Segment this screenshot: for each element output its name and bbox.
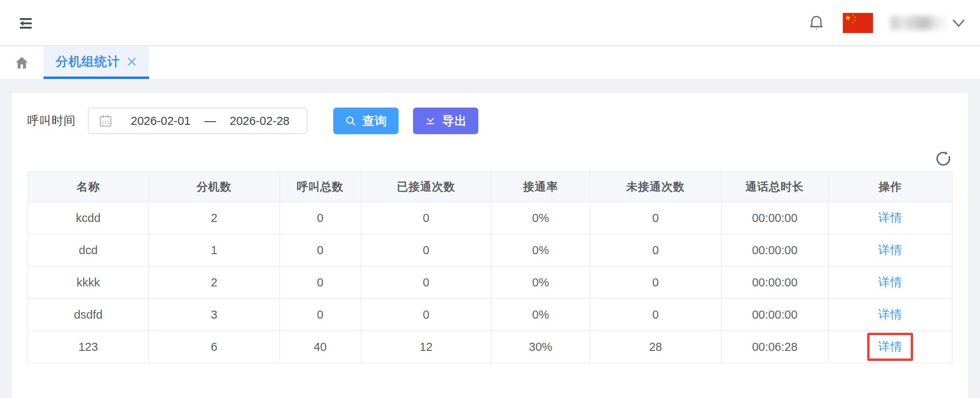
detail-link-highlighted[interactable]: 详情 xyxy=(878,340,902,353)
table-row: dcd 1 0 0 0% 0 00:00:00 详情 xyxy=(28,234,952,266)
detail-link[interactable]: 详情 xyxy=(878,243,902,256)
tab-bar: 分机组统计 xyxy=(0,47,980,79)
tab-home[interactable] xyxy=(0,47,44,79)
cell-unconnected: 0 xyxy=(590,202,721,234)
cell-total-calls: 0 xyxy=(280,266,361,298)
search-button-label: 查询 xyxy=(362,113,387,129)
table-header-row: 名称 分机数 呼叫总数 已接通次数 接通率 未接通次数 通话总时长 操作 xyxy=(28,172,952,202)
cell-connected: 12 xyxy=(361,331,492,363)
cell-total-duration: 00:06:28 xyxy=(721,331,828,363)
cell-extensions: 2 xyxy=(149,266,280,298)
cell-name: dcd xyxy=(28,234,149,266)
col-total-calls: 呼叫总数 xyxy=(280,172,361,202)
search-button[interactable]: 查询 xyxy=(333,108,399,134)
date-range-separator: — xyxy=(198,114,222,128)
notification-bell-icon[interactable] xyxy=(808,14,825,32)
cell-name: kkkk xyxy=(28,266,149,298)
cell-total-duration: 00:00:00 xyxy=(721,298,828,331)
table-row: kcdd 2 0 0 0% 0 00:00:00 详情 xyxy=(28,202,952,234)
stats-card: 呼叫时间 2026-02-01 — 2026-02-28 xyxy=(12,93,968,398)
table-row: kkkk 2 0 0 0% 0 00:00:00 详情 xyxy=(28,266,952,298)
user-menu[interactable] xyxy=(891,16,965,30)
detail-link[interactable]: 详情 xyxy=(878,308,902,321)
cell-connected: 0 xyxy=(361,298,492,331)
language-flag-china[interactable] xyxy=(842,13,874,33)
calendar-icon xyxy=(98,114,113,128)
cell-total-duration: 00:00:00 xyxy=(721,266,828,298)
page-content: 呼叫时间 2026-02-01 — 2026-02-28 xyxy=(0,79,980,398)
cell-unconnected: 0 xyxy=(590,266,721,298)
col-extensions: 分机数 xyxy=(149,172,280,202)
cell-total-calls: 40 xyxy=(280,331,361,363)
cell-extensions: 6 xyxy=(149,331,280,363)
filter-row: 呼叫时间 2026-02-01 — 2026-02-28 xyxy=(27,108,478,134)
col-total-duration: 通话总时长 xyxy=(721,172,828,202)
col-unconnected: 未接通次数 xyxy=(590,172,721,202)
table-row: 123 6 40 12 30% 28 00:06:28 详情 xyxy=(28,331,952,363)
cell-total-duration: 00:00:00 xyxy=(721,202,828,234)
call-time-label: 呼叫时间 xyxy=(27,113,76,129)
export-button-label: 导出 xyxy=(442,113,467,129)
user-name-blurred xyxy=(891,16,946,30)
col-connected: 已接通次数 xyxy=(361,172,492,202)
cell-connect-rate: 0% xyxy=(491,298,590,331)
sidebar-collapse-icon[interactable] xyxy=(18,15,34,31)
refresh-icon[interactable] xyxy=(934,149,953,168)
cell-extensions: 1 xyxy=(149,234,280,266)
cell-connect-rate: 0% xyxy=(491,234,590,266)
detail-link[interactable]: 详情 xyxy=(878,211,902,224)
col-actions: 操作 xyxy=(828,172,952,202)
col-connect-rate: 接通率 xyxy=(491,172,590,202)
cell-unconnected: 28 xyxy=(590,331,721,363)
table-row: dsdfd 3 0 0 0% 0 00:00:00 详情 xyxy=(28,298,952,331)
cell-connected: 0 xyxy=(361,234,492,266)
app-header xyxy=(0,0,980,46)
date-range-picker[interactable]: 2026-02-01 — 2026-02-28 xyxy=(88,108,307,134)
extension-group-stats-table: 名称 分机数 呼叫总数 已接通次数 接通率 未接通次数 通话总时长 操作 kcd… xyxy=(27,171,953,363)
search-icon xyxy=(345,115,357,127)
cell-connected: 0 xyxy=(361,202,492,234)
header-right-group xyxy=(808,0,965,46)
cell-connected: 0 xyxy=(361,266,492,298)
cell-total-duration: 00:00:00 xyxy=(721,234,828,266)
cell-unconnected: 0 xyxy=(590,298,721,331)
cell-total-calls: 0 xyxy=(280,234,361,266)
col-name: 名称 xyxy=(28,172,149,202)
cell-name: dsdfd xyxy=(28,298,149,331)
cell-unconnected: 0 xyxy=(590,234,721,266)
cell-connect-rate: 30% xyxy=(491,331,590,363)
date-start-value[interactable]: 2026-02-01 xyxy=(123,114,198,128)
cell-name: kcdd xyxy=(28,202,149,234)
cell-total-calls: 0 xyxy=(280,202,361,234)
cell-extensions: 2 xyxy=(149,202,280,234)
chevron-down-icon xyxy=(952,19,965,27)
cell-total-calls: 0 xyxy=(280,298,361,331)
cell-name: 123 xyxy=(28,331,149,363)
cell-connect-rate: 0% xyxy=(491,202,590,234)
tab-extension-group-stats[interactable]: 分机组统计 xyxy=(44,47,149,79)
tab-label: 分机组统计 xyxy=(56,53,120,70)
home-icon xyxy=(14,55,30,70)
download-icon xyxy=(424,115,436,127)
export-button[interactable]: 导出 xyxy=(413,108,478,134)
date-end-value[interactable]: 2026-02-28 xyxy=(222,114,297,128)
cell-connect-rate: 0% xyxy=(491,266,590,298)
cell-extensions: 3 xyxy=(149,298,280,331)
tab-close-icon[interactable] xyxy=(127,56,137,67)
detail-link[interactable]: 详情 xyxy=(878,276,902,288)
